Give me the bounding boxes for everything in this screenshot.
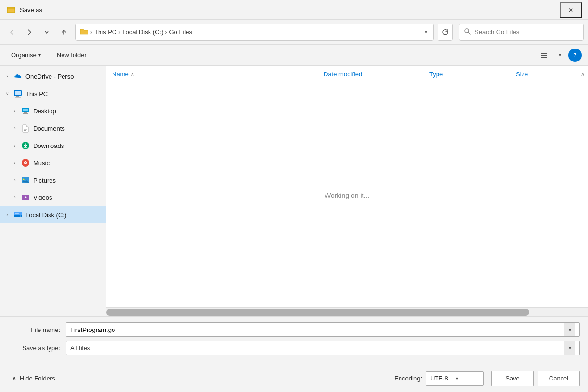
sidebar-item-local-disk[interactable]: › Local Disk (C:): [0, 206, 106, 223]
sidebar-label-local-disk: Local Disk (C:): [25, 211, 66, 219]
svg-rect-1: [7, 8, 15, 9]
expand-icon-videos: ›: [12, 195, 18, 200]
save-type-row: Save as type: All files ▾: [8, 341, 580, 355]
toolbar-right: ▾ ?: [538, 49, 582, 62]
back-button[interactable]: [4, 24, 20, 40]
save-button[interactable]: Save: [491, 371, 534, 386]
scrollbar-thumb[interactable]: [106, 309, 529, 316]
sidebar-item-onedrive[interactable]: › OneDrive - Perso: [0, 68, 106, 85]
col-header-name[interactable]: Name ∧: [106, 66, 318, 83]
svg-rect-14: [23, 113, 28, 114]
sort-arrow-icon: ∧: [131, 72, 134, 77]
file-list-content: Working on it...: [106, 83, 588, 307]
title-bar: Save as ✕: [0, 0, 588, 20]
encoding-dropdown[interactable]: UTF-8 ▾: [426, 371, 484, 386]
col-header-type[interactable]: Type: [424, 66, 510, 83]
search-input[interactable]: [475, 28, 578, 36]
search-box[interactable]: [459, 24, 584, 41]
action-buttons: Save Cancel: [491, 371, 580, 386]
expand-icon-documents: ›: [12, 125, 18, 131]
svg-point-22: [25, 162, 26, 163]
videos-icon: [21, 193, 30, 202]
view-options-button[interactable]: [538, 49, 551, 62]
new-folder-button[interactable]: New folder: [52, 48, 91, 62]
svg-point-2: [465, 29, 469, 33]
expand-icon-local-disk: ›: [4, 212, 10, 218]
view-dropdown-button[interactable]: ▾: [553, 49, 566, 62]
svg-rect-0: [7, 7, 15, 13]
file-name-input[interactable]: [70, 326, 564, 333]
expand-icon-onedrive: ›: [4, 74, 10, 79]
expand-icon-downloads: ›: [12, 143, 18, 148]
forward-button[interactable]: [22, 24, 37, 40]
encoding-label: Encoding:: [394, 375, 422, 382]
svg-rect-13: [24, 112, 27, 113]
sidebar-item-desktop[interactable]: › Desktop: [0, 102, 106, 120]
breadcrumb-this-pc: This PC: [94, 28, 116, 36]
col-header-date[interactable]: Date modified: [318, 66, 424, 83]
file-name-label: File name:: [8, 326, 66, 333]
computer-icon: [13, 89, 23, 98]
sidebar-label-onedrive: OneDrive - Perso: [25, 73, 74, 80]
hide-folders-label: Hide Folders: [20, 375, 55, 382]
organise-button[interactable]: Organise ▾: [6, 48, 46, 62]
address-bar[interactable]: › This PC › Local Disk (C:) › Go Files ▾: [75, 24, 434, 41]
file-area: Name ∧ Date modified Type Size ∧ Working…: [106, 66, 588, 316]
svg-rect-5: [541, 55, 547, 56]
expand-icon-music: ›: [12, 160, 18, 166]
svg-rect-6: [541, 57, 547, 58]
sidebar-label-documents: Documents: [33, 125, 65, 132]
refresh-button[interactable]: [438, 24, 453, 41]
expand-icon-this-pc: ∨: [4, 91, 10, 97]
breadcrumb-local-disk: Local Disk (C:): [122, 28, 163, 36]
encoding-value: UTF-8: [430, 375, 454, 382]
svg-line-3: [469, 33, 471, 35]
breadcrumb-go-files: Go Files: [169, 28, 192, 36]
sidebar-label-music: Music: [33, 159, 50, 167]
hide-folders-icon: ∧: [12, 375, 17, 382]
sidebar-item-documents[interactable]: › Documents: [0, 120, 106, 137]
footer-bar: ∧ Hide Folders Encoding: UTF-8 ▾ Save Ca…: [0, 365, 588, 392]
sidebar-item-music[interactable]: › Music: [0, 154, 106, 172]
col-header-size[interactable]: Size: [510, 66, 588, 83]
documents-icon: [21, 123, 30, 133]
encoding-dropdown-icon: ▾: [456, 376, 479, 381]
save-as-dialog: Save as ✕ › This PC › Local Disk (C:): [0, 0, 588, 392]
svg-rect-8: [15, 91, 21, 95]
sidebar-item-videos[interactable]: › Videos: [0, 189, 106, 206]
sidebar-item-this-pc[interactable]: ∨ This PC: [0, 85, 106, 102]
svg-rect-9: [16, 96, 19, 97]
sidebar-label-videos: Videos: [33, 194, 52, 201]
svg-point-24: [23, 179, 25, 180]
music-icon: [21, 158, 30, 168]
save-type-select-wrap[interactable]: All files ▾: [66, 341, 580, 355]
address-dropdown-button[interactable]: ▾: [423, 27, 429, 37]
save-type-dropdown-button[interactable]: ▾: [564, 341, 575, 355]
toolbar: Organise ▾ New folder ▾ ?: [0, 45, 588, 66]
sidebar-item-pictures[interactable]: › Pictures: [0, 172, 106, 189]
cancel-button[interactable]: Cancel: [538, 371, 580, 386]
main-area: › OneDrive - Perso ∨: [0, 66, 588, 316]
organise-dropdown-icon: ▾: [38, 52, 41, 58]
sidebar-item-downloads[interactable]: › Downloads: [0, 137, 106, 154]
collapse-icon[interactable]: ∧: [578, 71, 588, 77]
hide-folders-button[interactable]: ∧ Hide Folders: [8, 373, 59, 384]
file-list-header: Name ∧ Date modified Type Size ∧: [106, 66, 588, 83]
help-button[interactable]: ?: [568, 49, 582, 62]
save-type-value: All files: [70, 344, 564, 352]
horizontal-scrollbar[interactable]: [106, 307, 588, 316]
save-type-label: Save as type:: [8, 344, 66, 352]
close-button[interactable]: ✕: [560, 2, 582, 18]
svg-rect-15: [24, 128, 27, 128]
expand-icon-pictures: ›: [12, 177, 18, 183]
file-name-input-wrap[interactable]: ▾: [66, 322, 580, 337]
up-button[interactable]: [56, 24, 72, 40]
svg-rect-17: [24, 130, 26, 131]
loading-text: Working on it...: [325, 192, 369, 199]
desktop-icon: [21, 106, 30, 116]
encoding-area: Encoding: UTF-8 ▾: [394, 371, 484, 386]
toolbar-divider: [49, 49, 49, 61]
recent-locations-button[interactable]: [39, 24, 54, 40]
file-name-dropdown-button[interactable]: ▾: [564, 323, 575, 336]
svg-rect-10: [15, 97, 21, 98]
